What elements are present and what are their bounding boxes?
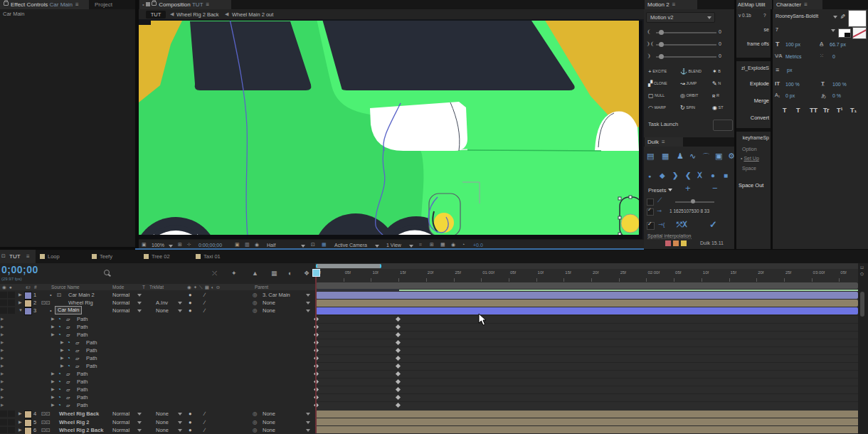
current-timecode[interactable]: 0;00;00 xyxy=(1,264,38,275)
layer-color-swatch[interactable] xyxy=(24,307,32,315)
stopwatch-icon[interactable]: ◔ xyxy=(58,315,61,323)
show-snapshot-icon[interactable]: ▥ xyxy=(245,242,250,248)
timeline-comp-tab[interactable]: Tree 02 xyxy=(144,250,194,263)
property-expand-arrow[interactable]: ▶ xyxy=(60,339,64,346)
motion-button[interactable]: ▢ NULL xyxy=(648,90,679,100)
work-area-bar[interactable] xyxy=(316,282,858,289)
aemap-explode-button[interactable]: Explode xyxy=(750,80,769,87)
duik-wrench-icon[interactable]: ⚙ xyxy=(728,152,735,161)
shy-arrow[interactable]: ▶ xyxy=(1,331,4,339)
search-icon[interactable] xyxy=(104,270,110,275)
solo-slash-icon[interactable]: ∕ xyxy=(204,426,205,434)
slider-knob[interactable] xyxy=(659,42,664,47)
property-expand-arrow[interactable]: ▶ xyxy=(51,315,55,323)
mask-icon[interactable]: ⊹ xyxy=(187,242,191,248)
type-style-button[interactable]: Tr xyxy=(823,107,830,114)
parent-pickwhip-icon[interactable]: ◎ xyxy=(253,299,258,307)
panel-menu-icon[interactable]: ≡ xyxy=(672,1,676,8)
layer-parent[interactable]: 3. Car Main xyxy=(263,291,290,299)
stopwatch-icon[interactable]: ◔ xyxy=(67,346,70,354)
shy-arrow[interactable]: ▶ xyxy=(1,378,4,386)
eye-icon[interactable]: ● xyxy=(189,426,192,434)
duik-plus[interactable]: + xyxy=(685,183,691,194)
motion-button[interactable]: ↝ JUMP xyxy=(680,78,711,88)
property-name[interactable]: Path xyxy=(77,386,88,393)
property-name[interactable]: Path xyxy=(77,378,88,386)
layer-trkmat[interactable]: None xyxy=(156,307,169,314)
aemap-merge-button[interactable]: Merge xyxy=(754,97,769,104)
layer-mode[interactable]: Normal xyxy=(112,410,129,418)
property-expand-arrow[interactable]: ▶ xyxy=(60,362,64,370)
eyedropper-icon[interactable]: ✎ xyxy=(839,14,846,19)
horizontal-scale-value[interactable]: 100 % xyxy=(832,82,847,87)
aemap-keyframe-button[interactable]: keyframeSp xyxy=(743,135,769,140)
motion-button[interactable]: ◎ ORBIT xyxy=(680,90,711,100)
layer-name[interactable]: Wheel Rig 2 xyxy=(59,418,90,426)
aemap-explodes-button[interactable]: zl_ExplodeS xyxy=(741,65,769,70)
kf-circle-icon[interactable]: ● xyxy=(711,171,715,179)
layer-trkmat[interactable]: A.Inv xyxy=(156,299,168,307)
kf-diamond-icon[interactable]: ◆ xyxy=(660,171,665,179)
kf-square-icon[interactable]: ■ xyxy=(724,171,728,179)
comp-toolbar-timecode[interactable]: 0:00;00;00 xyxy=(199,243,222,248)
keyframe-diamond[interactable] xyxy=(396,348,401,353)
duik-character-icon[interactable]: ♟ xyxy=(677,152,684,161)
layer-mode[interactable]: Normal xyxy=(112,426,129,434)
property-name[interactable]: Path xyxy=(86,354,97,362)
panel-menu-icon[interactable]: ≡ xyxy=(206,1,210,8)
pixel-aspect-icon[interactable]: ⌗ xyxy=(419,242,422,248)
solo-slash-icon[interactable]: ∕ xyxy=(204,299,205,307)
tab-project[interactable]: Project xyxy=(95,0,112,9)
layer-trkmat[interactable]: None xyxy=(156,418,169,426)
property-name[interactable]: Path xyxy=(77,323,88,331)
roi-icon[interactable]: ⊡ xyxy=(311,242,315,248)
eye-icon[interactable]: ● xyxy=(189,410,192,418)
duik-camera-icon[interactable]: ▣ xyxy=(715,152,722,161)
layer-mode[interactable]: Normal xyxy=(112,307,129,314)
checkbox[interactable] xyxy=(647,199,654,206)
time-navigator[interactable] xyxy=(316,264,381,268)
keyframe-diamond[interactable] xyxy=(396,356,401,361)
stopwatch-icon[interactable]: ◔ xyxy=(58,393,61,401)
keyframe-diamond[interactable] xyxy=(396,332,401,337)
kf-hourglass-icon[interactable]: Ⅹ xyxy=(697,171,702,179)
playhead-line[interactable] xyxy=(315,277,317,433)
layer-bar-2[interactable] xyxy=(316,300,858,307)
property-expand-arrow[interactable]: ▶ xyxy=(60,354,64,362)
keyframe-diamond[interactable] xyxy=(396,403,401,408)
snapshot-icon[interactable]: ▣ xyxy=(235,242,240,248)
slider-knob[interactable] xyxy=(691,199,695,203)
layer-bar-3[interactable] xyxy=(316,307,858,314)
panel-menu-icon[interactable]: ≡ xyxy=(75,1,79,8)
shy-arrow[interactable]: ▶ xyxy=(1,346,4,354)
layer-expand-arrow[interactable]: ▶ xyxy=(18,410,22,418)
no-color-swatch[interactable] xyxy=(852,27,867,39)
transparency-grid-icon[interactable]: ▦ xyxy=(322,242,327,248)
breadcrumb-item[interactable]: Wheel Main 2 out xyxy=(232,11,273,18)
motion-slider-row-2[interactable]: ❩❨ 0 xyxy=(646,41,731,49)
keyframe-diamond[interactable] xyxy=(396,364,401,369)
property-expand-arrow[interactable]: ▶ xyxy=(51,370,55,378)
motion-preset-dropdown[interactable]: Motion v2 xyxy=(646,12,715,23)
layer-name[interactable]: Wheel Rig 2 Back xyxy=(59,426,104,434)
motion-button[interactable]: ⚓ BLEND xyxy=(680,66,711,76)
stopwatch-icon[interactable]: ◔ xyxy=(58,331,61,339)
type-style-button[interactable]: TT xyxy=(810,107,817,114)
t-column[interactable]: T xyxy=(142,285,145,290)
type-style-button[interactable]: T¹ xyxy=(837,107,843,114)
tab-composition[interactable]: • Composition TUT≡ xyxy=(139,0,231,9)
layer-parent[interactable]: None xyxy=(263,426,275,434)
layer-name[interactable]: Car Main 2 xyxy=(68,291,95,299)
parent-pickwhip-icon[interactable]: ◎ xyxy=(253,426,258,434)
layer-bar-5[interactable] xyxy=(316,418,858,425)
layer-expand-arrow[interactable]: ▶ xyxy=(18,426,22,434)
trkmat-column[interactable]: TrkMat xyxy=(149,285,164,290)
property-name[interactable]: Path xyxy=(77,401,88,409)
stopwatch-icon[interactable]: ◔ xyxy=(58,386,61,393)
type-style-button[interactable]: T xyxy=(796,107,800,114)
timeline-icon[interactable]: ▦ xyxy=(440,242,445,248)
duik-list-icon[interactable]: ▦ xyxy=(662,152,669,161)
layer-name[interactable]: Car Main xyxy=(55,306,82,314)
layer-bar-4[interactable] xyxy=(316,411,858,418)
hide-shy-icon[interactable]: ▲ xyxy=(252,270,258,277)
